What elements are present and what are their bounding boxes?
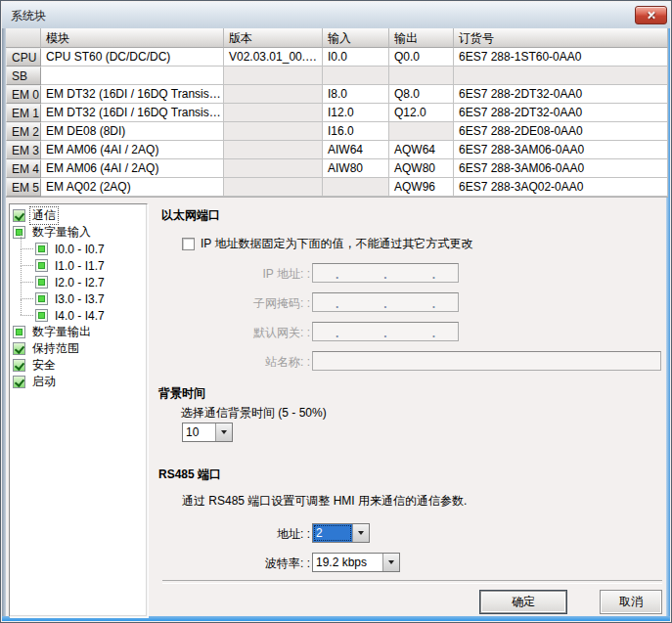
address-dropdown-button[interactable] xyxy=(352,524,369,542)
subnet-mask-label: 子网掩码: : xyxy=(253,295,310,312)
tree-item[interactable]: 通信 xyxy=(10,207,147,224)
tree-item[interactable]: I2.0 - I2.7 xyxy=(10,274,147,290)
tree-item-label[interactable]: I0.0 - I0.7 xyxy=(53,243,107,256)
module-table-body: CPU CPU ST60 (DC/DC/DC) V02.03.01_00.00.… xyxy=(6,48,668,197)
module-table: 模块 版本 输入 输出 订货号 CPU CPU ST60 (DC/DC/DC) … xyxy=(6,28,668,198)
close-icon xyxy=(646,10,656,21)
tree-item[interactable]: 安全 xyxy=(10,357,147,374)
chevron-down-icon xyxy=(358,531,364,535)
tree-checkbox-icon[interactable] xyxy=(35,309,48,322)
background-time-heading: 背景时间 xyxy=(158,385,205,402)
module-table-header: 模块 版本 输入 输出 订货号 xyxy=(6,28,668,48)
cancel-button[interactable]: 取消 xyxy=(600,590,662,614)
order-number-cell: 6ES7 288-3AM06-0AA0 xyxy=(454,159,668,178)
background-time-dropdown-button[interactable] xyxy=(215,423,232,441)
output-cell: AQW96 xyxy=(389,178,454,197)
table-row: SB xyxy=(6,67,668,85)
version-cell xyxy=(224,122,323,141)
module-cell[interactable]: EM DE08 (8DI) xyxy=(41,122,224,141)
input-cell: I12.0 xyxy=(323,104,389,122)
default-gateway-row: 默认网关: : ... xyxy=(312,322,459,341)
module-cell[interactable]: CPU ST60 (DC/DC/DC) xyxy=(41,48,224,67)
order-number-cell: 6ES7 288-2DE08-0AA0 xyxy=(454,122,668,141)
tree-item-label[interactable]: 安全 xyxy=(30,357,58,374)
module-cell[interactable]: EM DT32 (16DI / 16DQ Transistor) xyxy=(41,85,224,104)
module-slot-header[interactable]: EM 2 xyxy=(6,122,41,141)
tree-checkbox-icon[interactable] xyxy=(35,243,48,255)
tree-item-label[interactable]: 通信 xyxy=(30,207,58,224)
tree-item-label[interactable]: 启动 xyxy=(30,374,58,390)
baud-rate-combobox[interactable]: 19.2 kbps xyxy=(312,553,400,572)
column-header-module: 模块 xyxy=(41,28,224,48)
tree-item-label[interactable]: I1.0 - I1.7 xyxy=(53,259,107,273)
tree-item-label[interactable]: I2.0 - I2.7 xyxy=(53,276,107,289)
default-gateway-label: 默认网关: : xyxy=(253,325,310,341)
module-slot-header[interactable]: EM 4 xyxy=(6,159,41,178)
output-cell: AQW80 xyxy=(389,159,454,178)
tree-checkbox-icon[interactable] xyxy=(35,276,48,289)
input-cell xyxy=(323,67,389,85)
table-row: EM 0 EM DT32 (16DI / 16DQ Transistor) I8… xyxy=(6,85,668,104)
close-button[interactable] xyxy=(635,6,667,24)
background-time-combobox[interactable]: 10 xyxy=(182,423,233,442)
tree-item[interactable]: I0.0 - I0.7 xyxy=(10,241,147,257)
version-cell xyxy=(224,141,323,159)
tree-item-label[interactable]: I3.0 - I3.7 xyxy=(53,292,107,306)
window-title: 系统块 xyxy=(11,8,46,24)
module-cell[interactable]: EM AM06 (4AI / 2AQ) xyxy=(41,159,224,178)
order-number-cell: 6ES7 288-1ST60-0AA0 xyxy=(454,48,668,67)
column-header-corner xyxy=(6,28,41,48)
baud-rate-dropdown-button[interactable] xyxy=(382,554,399,571)
tree-item[interactable]: I1.0 - I1.7 xyxy=(10,257,147,274)
system-block-dialog: 系统块 模块 版本 输入 输出 订货号 CPU CPU ST60 (DC/DC/… xyxy=(0,0,672,623)
ip-address-label: IP 地址: : xyxy=(263,266,310,283)
ethernet-section-heading: 以太网端口 xyxy=(161,207,220,224)
tree-item[interactable]: I3.0 - I3.7 xyxy=(10,290,147,307)
ok-button[interactable]: 确定 xyxy=(479,590,567,614)
module-slot-header[interactable]: EM 1 xyxy=(6,104,41,122)
config-tree: 通信 数字量输入 I0.0 - I0.7 I1.0 - I1.7 I2.0 - … xyxy=(9,203,148,617)
ip-fixed-checkbox[interactable] xyxy=(182,238,195,250)
tree-checkbox-icon[interactable] xyxy=(13,359,25,372)
column-header-input: 输入 xyxy=(323,28,389,48)
tree-item-label[interactable]: I4.0 - I4.7 xyxy=(53,309,107,323)
tree-item[interactable]: I4.0 - I4.7 xyxy=(10,307,147,324)
rs485-description: 通过 RS485 端口设置可调整 HMI 用来通信的通信参数. xyxy=(182,493,467,510)
module-cell[interactable]: EM DT32 (16DI / 16DQ Transistor) xyxy=(41,104,224,122)
tree-checkbox-icon[interactable] xyxy=(35,292,48,305)
background-time-value: 10 xyxy=(183,423,215,441)
tree-item[interactable]: 数字量输入 xyxy=(10,224,147,241)
tree-checkbox-icon[interactable] xyxy=(13,326,25,338)
module-cell[interactable] xyxy=(41,67,224,85)
ip-fixed-checkbox-row[interactable]: IP 地址数据固定为下面的值，不能通过其它方式更改 xyxy=(182,236,472,252)
order-number-cell: 6ES7 288-2DT32-0AA0 xyxy=(454,85,668,104)
module-cell[interactable]: EM AM06 (4AI / 2AQ) xyxy=(41,141,224,159)
tree-checkbox-icon[interactable] xyxy=(13,226,25,239)
tree-checkbox-icon[interactable] xyxy=(13,342,25,355)
module-slot-header[interactable]: EM 0 xyxy=(6,85,41,104)
chevron-down-icon xyxy=(388,560,394,564)
order-number-cell: 6ES7 288-2DT32-0AA0 xyxy=(454,104,668,122)
tree-item[interactable]: 保持范围 xyxy=(10,340,147,357)
module-slot-header[interactable]: CPU xyxy=(6,48,41,67)
tree-checkbox-icon[interactable] xyxy=(35,259,48,272)
output-cell xyxy=(389,67,454,85)
input-cell xyxy=(323,178,389,197)
tree-checkbox-icon[interactable] xyxy=(13,376,25,388)
version-cell xyxy=(224,85,323,104)
module-slot-header[interactable]: EM 5 xyxy=(6,178,41,197)
tree-item-label[interactable]: 保持范围 xyxy=(30,340,81,357)
tree-item[interactable]: 数字量输出 xyxy=(10,324,147,340)
tree-item-label[interactable]: 数字量输出 xyxy=(30,324,93,340)
output-cell: Q8.0 xyxy=(389,85,454,104)
tree-item-label[interactable]: 数字量输入 xyxy=(30,224,93,241)
address-combobox[interactable]: 2 xyxy=(312,523,370,543)
module-slot-header[interactable]: EM 3 xyxy=(6,141,41,159)
column-header-version: 版本 xyxy=(224,28,323,48)
tree-checkbox-icon[interactable] xyxy=(13,209,25,222)
version-cell xyxy=(224,178,323,197)
table-row: EM 3 EM AM06 (4AI / 2AQ) AIW64 AQW64 6ES… xyxy=(6,141,668,159)
module-slot-header[interactable]: SB xyxy=(6,67,41,85)
tree-item[interactable]: 启动 xyxy=(10,374,147,390)
module-cell[interactable]: EM AQ02 (2AQ) xyxy=(41,178,224,197)
